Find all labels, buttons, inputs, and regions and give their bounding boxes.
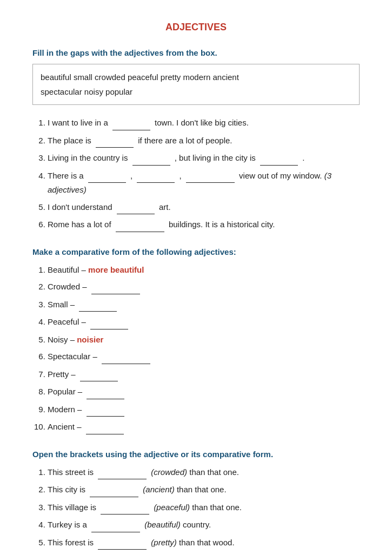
list-item: Crowded – <box>48 280 360 294</box>
adjective-word: Pretty – <box>48 370 76 379</box>
blank[interactable] <box>98 536 147 550</box>
list-item: Rome has a lot of buildings. It is a his… <box>48 217 360 232</box>
blank[interactable] <box>87 385 124 399</box>
adjective-word: Spectacular – <box>48 352 97 361</box>
list-item: Spectacular – <box>48 349 360 364</box>
list-item: This street is (crowded) than that one. <box>48 465 360 480</box>
blank[interactable] <box>90 483 138 497</box>
wordbox-line1: beautiful small crowded peaceful pretty … <box>41 72 239 82</box>
blank[interactable] <box>91 280 140 294</box>
adjective-word: Crowded – <box>48 282 87 291</box>
section2-list: Beautiful – more beautiful Crowded – Sma… <box>48 263 360 434</box>
blank[interactable] <box>260 151 298 166</box>
blank[interactable] <box>116 217 164 232</box>
adjective-word: Noisy – <box>48 335 75 344</box>
list-item: Noisy – noisier <box>48 333 360 347</box>
adjective-word: Peaceful – <box>48 317 86 326</box>
list-item: This city is (ancient) than that one. <box>48 483 360 497</box>
word-box: beautiful small crowded peaceful pretty … <box>32 64 360 105</box>
list-item: Popular – <box>48 385 360 399</box>
blank[interactable] <box>101 500 149 515</box>
section1-list: I want to live in a town. I don't like b… <box>48 116 360 232</box>
list-item: There is a , , view out of my window. (3… <box>48 169 360 197</box>
list-item: Pretty – <box>48 367 360 382</box>
comparative-answer: more beautiful <box>88 265 144 274</box>
blank[interactable] <box>132 151 170 166</box>
list-item: The place is if there are a lot of peopl… <box>48 134 360 148</box>
blank[interactable] <box>117 200 155 215</box>
list-item: Turkey is a (beautiful) country. <box>48 518 360 532</box>
blank[interactable] <box>80 367 118 382</box>
list-item: Modern – <box>48 403 360 417</box>
blank[interactable] <box>186 169 235 183</box>
adjective-word: Popular – <box>48 387 82 396</box>
page-title: ADJECTIVES <box>32 22 360 33</box>
section1-instruction: Fill in the gaps with the adjectives fro… <box>32 48 360 57</box>
comparative-answer: noisier <box>77 335 103 344</box>
blank[interactable] <box>88 169 126 183</box>
wordbox-line2: spectacular noisy popular <box>41 87 132 96</box>
adjective-word: Beautiful – <box>48 265 86 274</box>
section3-list: This street is (crowded) than that one. … <box>48 465 360 555</box>
list-item: Small – <box>48 298 360 312</box>
blank[interactable] <box>98 465 147 480</box>
list-item: Beautiful – more beautiful <box>48 263 360 277</box>
adjective-word: Small – <box>48 300 75 309</box>
adjective-word: Ancient – <box>48 422 82 431</box>
blank[interactable] <box>79 298 117 312</box>
section2-instruction: Make a comparative form of the following… <box>32 247 360 256</box>
list-item: Peaceful – <box>48 315 360 329</box>
list-item: Living in the country is , but living in… <box>48 151 360 166</box>
blank[interactable] <box>102 349 150 364</box>
list-item: I want to live in a town. I don't like b… <box>48 116 360 130</box>
adjective-word: Modern – <box>48 405 82 414</box>
blank[interactable] <box>90 315 128 329</box>
blank[interactable] <box>86 420 124 434</box>
blank[interactable] <box>96 134 134 148</box>
blank[interactable] <box>87 403 124 417</box>
list-item: Ancient – <box>48 420 360 434</box>
blank[interactable] <box>137 169 175 183</box>
blank[interactable] <box>91 518 140 532</box>
section3-instruction: Open the brackets using the adjective or… <box>32 450 360 459</box>
list-item: This forest is (pretty) than that wood. <box>48 536 360 550</box>
blank[interactable] <box>112 116 150 130</box>
list-item: This village is (peaceful) than that one… <box>48 500 360 515</box>
list-item: I don't understand art. <box>48 200 360 215</box>
